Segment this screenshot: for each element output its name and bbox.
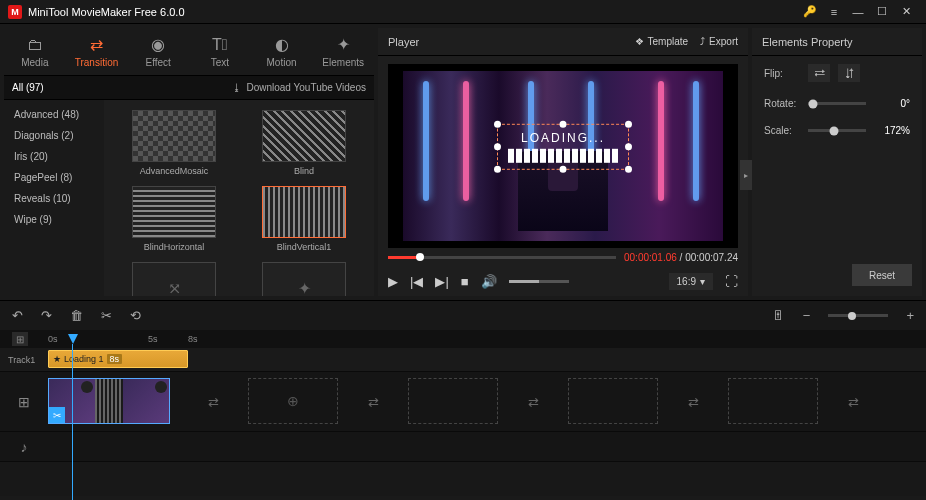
resize-handle[interactable]: [560, 121, 567, 128]
download-icon: ⭳: [232, 82, 242, 93]
menu-icon[interactable]: ≡: [822, 2, 846, 22]
video-clip-group[interactable]: ✂: [48, 378, 170, 424]
sidebar-item-pagepeel[interactable]: PagePeel (8): [4, 167, 104, 188]
resize-handle[interactable]: [625, 143, 632, 150]
element-clip[interactable]: ★ Loading 1 8s: [48, 350, 188, 368]
swap-button[interactable]: ⇄: [688, 394, 699, 409]
elements-icon: ✦: [337, 35, 350, 54]
play-button[interactable]: ▶: [388, 274, 398, 289]
resize-handle[interactable]: [494, 121, 501, 128]
transition-thumb-blindhorizontal[interactable]: [132, 186, 216, 238]
video-preview[interactable]: LOADING...: [388, 64, 738, 248]
flip-horizontal-button[interactable]: ⮂: [808, 64, 830, 82]
tab-media[interactable]: 🗀Media: [4, 28, 66, 75]
transition-thumb-blindvertical1[interactable]: [262, 186, 346, 238]
volume-slider[interactable]: [509, 280, 569, 283]
scrub-slider[interactable]: [388, 256, 616, 259]
next-button[interactable]: ▶|: [435, 274, 448, 289]
volume-icon[interactable]: 🔊: [481, 274, 497, 289]
sidebar-item-diagonals[interactable]: Diagonals (2): [4, 125, 104, 146]
undo-button[interactable]: ↶: [12, 308, 23, 323]
track1-label: Track1: [0, 355, 48, 365]
swap-button[interactable]: ⇄: [528, 394, 539, 409]
resize-handle[interactable]: [494, 166, 501, 173]
maximize-button[interactable]: ☐: [870, 2, 894, 22]
scale-value: 172%: [874, 125, 910, 136]
tab-text[interactable]: T͙Text: [189, 28, 251, 75]
timecode: 00:00:01.06 / 00:00:07.24: [624, 252, 738, 263]
audio-icon[interactable]: 🎚: [772, 308, 785, 323]
app-title: MiniTool MovieMaker Free 6.0.0: [28, 6, 798, 18]
sidebar-item-iris[interactable]: Iris (20): [4, 146, 104, 167]
dropzone[interactable]: ⊕: [248, 378, 338, 424]
swap-button[interactable]: ⇄: [368, 394, 379, 409]
flip-vertical-button[interactable]: ⮃: [838, 64, 860, 82]
redo-button[interactable]: ↷: [41, 308, 52, 323]
effect-icon: ◉: [151, 35, 165, 54]
fullscreen-button[interactable]: ⛶: [725, 274, 738, 289]
sidebar-item-reveals[interactable]: Reveals (10): [4, 188, 104, 209]
key-icon[interactable]: 🔑: [798, 2, 822, 22]
transition-thumb-extra2[interactable]: ✦: [262, 262, 346, 296]
resize-handle[interactable]: [625, 166, 632, 173]
crop-button[interactable]: ⟲: [130, 308, 141, 323]
sidebar-item-wipe[interactable]: Wipe (9): [4, 209, 104, 230]
delete-button[interactable]: 🗑: [70, 308, 83, 323]
transition-badge-icon: ✂: [49, 407, 65, 423]
close-button[interactable]: ✕: [894, 2, 918, 22]
zoom-in-button[interactable]: +: [906, 308, 914, 323]
dropzone[interactable]: [408, 378, 498, 424]
add-icon: ⊕: [287, 393, 299, 409]
transition-segment[interactable]: [95, 379, 123, 423]
download-youtube-link[interactable]: ⭳Download YouTube Videos: [232, 82, 366, 93]
tab-motion[interactable]: ◐Motion: [251, 28, 313, 75]
star-icon: ★: [53, 354, 61, 364]
app-logo-icon: M: [8, 5, 22, 19]
split-button[interactable]: ✂: [101, 308, 112, 323]
export-button[interactable]: ⤴Export: [700, 36, 738, 47]
loading-bar-icon: [508, 149, 618, 163]
minimize-button[interactable]: —: [846, 2, 870, 22]
video-clip-2[interactable]: [123, 379, 169, 423]
timeline-ruler[interactable]: ⊞ 0s 5s 8s: [0, 330, 926, 348]
dropzone[interactable]: [568, 378, 658, 424]
stop-button[interactable]: ■: [461, 274, 469, 289]
loading-element[interactable]: LOADING...: [497, 124, 629, 170]
swap-button[interactable]: ⇄: [848, 394, 859, 409]
template-icon: ❖: [635, 36, 644, 47]
tab-effect[interactable]: ◉Effect: [127, 28, 189, 75]
transition-icon: ⇄: [90, 35, 103, 54]
export-icon: ⤴: [700, 36, 705, 47]
rotate-slider[interactable]: [808, 102, 866, 105]
aspect-dropdown[interactable]: 16:9▾: [669, 273, 713, 290]
transition-thumb-advancedmosaic[interactable]: [132, 110, 216, 162]
text-icon: T͙: [212, 36, 228, 54]
resize-handle[interactable]: [625, 121, 632, 128]
transition-thumb-blind[interactable]: [262, 110, 346, 162]
folder-icon: 🗀: [27, 36, 43, 54]
dropzone[interactable]: [728, 378, 818, 424]
tab-transition[interactable]: ⇄Transition: [66, 28, 128, 75]
tab-elements[interactable]: ✦Elements: [312, 28, 374, 75]
motion-icon: ◐: [275, 35, 289, 54]
player-label: Player: [388, 36, 623, 48]
playhead-line: [72, 344, 73, 500]
rotate-value: 0°: [874, 98, 910, 109]
swap-button[interactable]: ⇄: [208, 394, 219, 409]
sidebar-item-advanced[interactable]: Advanced (48): [4, 104, 104, 125]
add-track-button[interactable]: ⊞: [12, 332, 28, 346]
chevron-down-icon: ▾: [700, 276, 705, 287]
collapse-panel-button[interactable]: ▸: [740, 160, 752, 190]
resize-handle[interactable]: [494, 143, 501, 150]
template-button[interactable]: ❖Template: [635, 36, 689, 47]
scale-slider[interactable]: [808, 129, 866, 132]
reset-button[interactable]: Reset: [852, 264, 912, 286]
zoom-slider[interactable]: [828, 314, 888, 317]
transition-thumb-extra1[interactable]: ⤧: [132, 262, 216, 296]
audio-track-icon: ♪: [0, 439, 48, 455]
category-all[interactable]: All (97): [12, 82, 44, 93]
resize-handle[interactable]: [560, 166, 567, 173]
zoom-out-button[interactable]: −: [803, 308, 811, 323]
playhead[interactable]: [68, 334, 78, 344]
prev-button[interactable]: |◀: [410, 274, 423, 289]
